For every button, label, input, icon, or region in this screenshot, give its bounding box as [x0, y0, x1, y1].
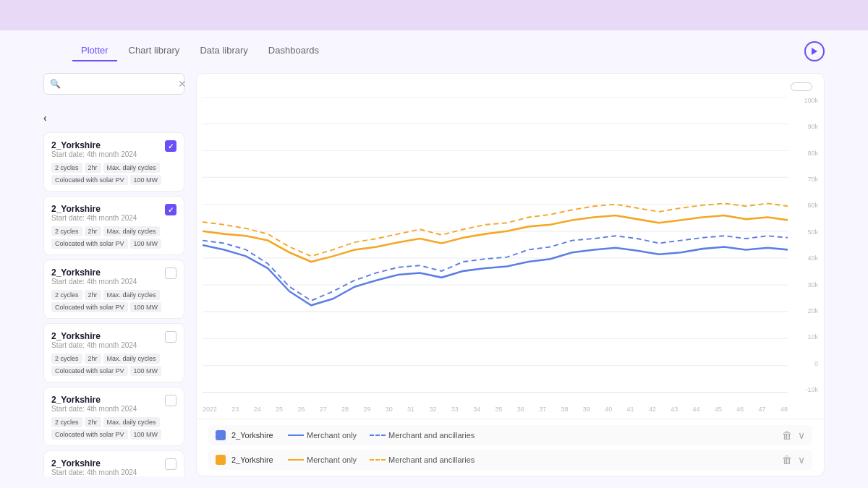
tag: Colocated with solar PV [51, 239, 128, 249]
x-axis-label: 37 [539, 406, 546, 413]
x-axis-label: 30 [386, 406, 393, 413]
delete-legend-button[interactable]: 🗑 [782, 454, 792, 466]
tag: 2hr [85, 226, 101, 236]
item-checkbox[interactable] [165, 140, 176, 152]
save-plot-button[interactable] [791, 82, 812, 91]
legend-area: 2_Yorkshire Merchant only Merchant and a… [197, 419, 824, 476]
y-axis-label: 30k [807, 281, 818, 288]
tab-dashboards[interactable]: Dashboards [260, 40, 328, 61]
tag: 2hr [85, 290, 101, 300]
search-icon: 🔍 [50, 79, 61, 89]
y-axis-label: 20k [807, 307, 818, 314]
list-item: 2_Yorkshire Start date: 4th month 2024 2… [43, 323, 184, 382]
play-icon [811, 47, 818, 56]
search-box[interactable]: 🔍 ✕ [43, 73, 184, 95]
legend-solid-label: Merchant only [307, 431, 357, 440]
x-axis-label: 31 [407, 406, 414, 413]
legend-solid-label: Merchant only [307, 455, 357, 464]
x-axis-label: 2022 [203, 406, 217, 413]
tag: 100 MW [130, 239, 162, 249]
x-axis-label: 41 [627, 406, 634, 413]
x-axis-label: 33 [451, 406, 459, 413]
tab-plotter[interactable]: Plotter [72, 40, 117, 61]
legend-dashed-label: Merchant and ancillaries [388, 455, 475, 464]
chart-svg [203, 97, 788, 393]
chart-actions [783, 82, 812, 91]
x-axis-label: 24 [254, 406, 261, 413]
tag: 2hr [85, 417, 101, 427]
tag: 2 cycles [51, 290, 82, 300]
legend-actions: 🗑 ∨ [782, 429, 805, 441]
delete-legend-button[interactable]: 🗑 [782, 429, 792, 441]
x-axis-label: 29 [363, 406, 370, 413]
sidebar: 🔍 ✕ ‹ 2_Yorkshire Start date: 4th month … [43, 73, 184, 476]
tag: Max. daily cycles [103, 417, 160, 427]
x-axis-label: 35 [495, 406, 502, 413]
tag: Colocated with solar PV [51, 175, 128, 185]
tag: 2 cycles [51, 354, 82, 364]
item-checkbox[interactable] [165, 458, 176, 470]
x-axis-label: 48 [780, 406, 788, 413]
x-axis-label: 23 [231, 406, 239, 413]
x-axis-label: 44 [693, 406, 700, 413]
legend-color [216, 455, 226, 465]
x-axis-label: 27 [320, 406, 327, 413]
y-axis-label: 80k [807, 150, 818, 157]
y-axis-label: -10k [805, 386, 818, 393]
item-checkbox[interactable] [165, 204, 176, 215]
tag: 2 cycles [51, 417, 82, 427]
y-axis-label: 70k [807, 176, 818, 183]
tab-chart-library[interactable]: Chart library [120, 40, 189, 61]
tag: 2 cycles [51, 226, 82, 236]
tag: 2 cycles [51, 163, 82, 173]
tag: Max. daily cycles [103, 163, 160, 173]
legend-dashed-label: Merchant and ancillaries [388, 431, 475, 440]
chart-container: 100k90k80k70k60k50k40k30k20k10k0-10k [197, 97, 824, 419]
play-button[interactable] [804, 41, 825, 61]
tag: Colocated with solar PV [51, 429, 128, 440]
back-nav[interactable]: ‹ [43, 109, 184, 127]
main-content: Plotter Chart library Data library Dashb… [0, 30, 868, 488]
search-input[interactable] [65, 79, 174, 89]
legend-solid-line [288, 459, 304, 461]
x-axis-label: 40 [605, 406, 612, 413]
x-axis: 2022232425262728293031323334353637383940… [203, 406, 788, 413]
x-axis-label: 25 [276, 406, 283, 413]
x-axis-label: 36 [517, 406, 524, 413]
y-axis: 100k90k80k70k60k50k40k30k20k10k0-10k [804, 97, 818, 393]
legend-dashed-line [370, 459, 386, 461]
item-checkbox[interactable] [165, 331, 176, 343]
item-checkbox[interactable] [165, 267, 176, 279]
data-list: 2_Yorkshire Start date: 4th month 2024 2… [43, 132, 184, 476]
legend-actions: 🗑 ∨ [782, 454, 805, 466]
expand-legend-button[interactable]: ∨ [798, 429, 805, 441]
list-item: 2_Yorkshire Start date: 4th month 2024 2… [43, 260, 184, 319]
item-checkbox[interactable] [165, 395, 176, 406]
legend-color [216, 430, 226, 440]
x-axis-label: 39 [583, 406, 590, 413]
clear-icon[interactable]: ✕ [178, 78, 187, 90]
y-axis-label: 50k [807, 228, 818, 236]
tab-data-library[interactable]: Data library [191, 40, 256, 61]
y-axis-label: 40k [807, 254, 818, 262]
y-axis-label: 0 [814, 360, 818, 367]
tag: Max. daily cycles [103, 354, 160, 364]
back-arrow-icon: ‹ [43, 112, 47, 124]
x-axis-label: 28 [341, 406, 349, 413]
legend-name: 2_Yorkshire [231, 455, 282, 464]
tag: 100 MW [130, 429, 162, 440]
x-axis-label: 32 [429, 406, 436, 413]
list-item: 2_Yorkshire Start date: 4th month 2024 2… [43, 196, 184, 255]
legend-row: 2_Yorkshire Merchant only Merchant and a… [208, 450, 812, 470]
tag: 2hr [85, 163, 101, 173]
x-axis-label: 26 [297, 406, 305, 413]
top-nav: Plotter Chart library Data library Dashb… [0, 30, 868, 61]
tag: 100 MW [130, 366, 162, 376]
x-axis-label: 47 [759, 406, 766, 413]
nav-tabs: Plotter Chart library Data library Dashb… [72, 40, 328, 61]
tag: 100 MW [130, 302, 162, 312]
breadcrumb [43, 100, 184, 103]
y-axis-label: 100k [804, 97, 818, 104]
x-axis-label: 38 [561, 406, 569, 413]
expand-legend-button[interactable]: ∨ [798, 454, 805, 466]
